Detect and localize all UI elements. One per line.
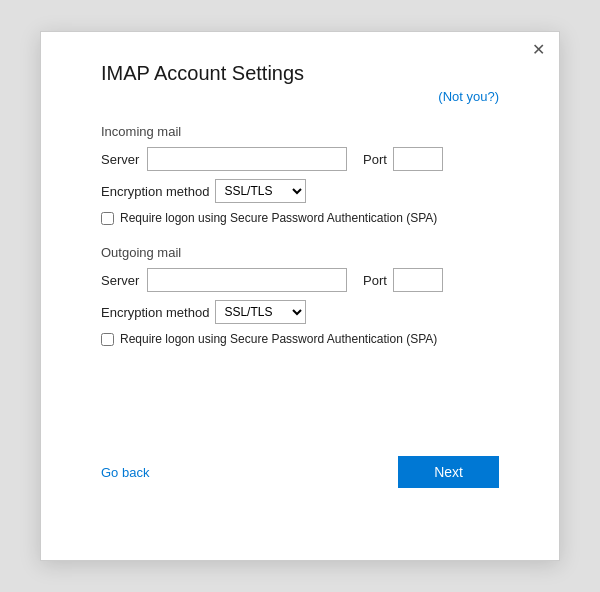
incoming-encryption-select[interactable]: SSL/TLS STARTTLS None [215, 179, 306, 203]
outgoing-server-row: Server Port [101, 268, 499, 292]
incoming-server-label: Server [101, 152, 141, 167]
outgoing-port-input[interactable] [393, 268, 443, 292]
outgoing-server-input[interactable] [147, 268, 347, 292]
incoming-port-input[interactable] [393, 147, 443, 171]
dialog-title: IMAP Account Settings [101, 62, 499, 85]
incoming-section: Incoming mail Server Port Encryption met… [101, 124, 499, 225]
outgoing-encryption-select[interactable]: SSL/TLS STARTTLS None [215, 300, 306, 324]
not-you-link[interactable]: (Not you?) [438, 89, 499, 104]
footer: Go back Next [101, 446, 499, 488]
incoming-spa-checkbox[interactable] [101, 212, 114, 225]
incoming-spa-label: Require logon using Secure Password Auth… [120, 211, 437, 225]
outgoing-section: Outgoing mail Server Port Encryption met… [101, 245, 499, 346]
incoming-encryption-label: Encryption method [101, 184, 209, 199]
incoming-port-label: Port [363, 152, 387, 167]
incoming-server-row: Server Port [101, 147, 499, 171]
next-button[interactable]: Next [398, 456, 499, 488]
outgoing-spa-label: Require logon using Secure Password Auth… [120, 332, 437, 346]
outgoing-port-label: Port [363, 273, 387, 288]
outgoing-spa-row: Require logon using Secure Password Auth… [101, 332, 499, 346]
outgoing-encryption-label: Encryption method [101, 305, 209, 320]
incoming-encryption-row: Encryption method SSL/TLS STARTTLS None [101, 179, 499, 203]
close-button[interactable]: ✕ [532, 42, 545, 58]
outgoing-spa-checkbox[interactable] [101, 333, 114, 346]
outgoing-encryption-row: Encryption method SSL/TLS STARTTLS None [101, 300, 499, 324]
not-you-section: (Not you?) [101, 89, 499, 104]
incoming-server-input[interactable] [147, 147, 347, 171]
outgoing-server-label: Server [101, 273, 141, 288]
incoming-section-label: Incoming mail [101, 124, 499, 139]
outgoing-section-label: Outgoing mail [101, 245, 499, 260]
imap-settings-dialog: ✕ IMAP Account Settings (Not you?) Incom… [40, 31, 560, 561]
go-back-button[interactable]: Go back [101, 465, 149, 480]
incoming-spa-row: Require logon using Secure Password Auth… [101, 211, 499, 225]
